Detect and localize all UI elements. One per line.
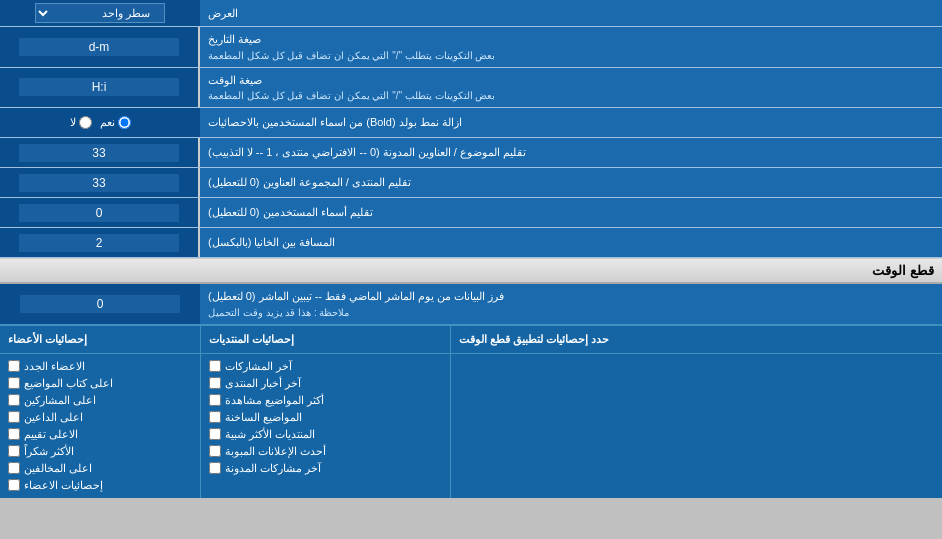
cutoff-limit-label: حدد إحصائيات لتطبيق قطع الوقت xyxy=(450,326,942,353)
stats-forums-header: إحصائيات المنتديات xyxy=(200,326,450,353)
time-format-label: صيغة الوقت بعض التكوينات يتطلب "/" التي … xyxy=(200,68,942,108)
cb-member-stats[interactable]: إحصائيات الاعضاء xyxy=(8,477,192,494)
col-members: الاعضاء الجدد اعلى كتاب المواضيع اعلى ال… xyxy=(0,354,200,498)
checkboxes-grid: آخر المشاركات آخر أخبار المنتدى أكثر الم… xyxy=(0,354,942,498)
bold-remove-label: ازالة نمط بولد (Bold) من اسماء المستخدمي… xyxy=(200,108,942,137)
display-row: العرض سطر واحد xyxy=(0,0,942,27)
users-trim-input-cell xyxy=(0,198,200,227)
bold-remove-row: ازالة نمط بولد (Bold) من اسماء المستخدمي… xyxy=(0,108,942,138)
spacing-row: المسافة بين الخانيا (بالبكسل) xyxy=(0,228,942,258)
topics-trim-input-cell xyxy=(0,138,200,167)
checkboxes-header: حدد إحصائيات لتطبيق قطع الوقت إحصائيات ا… xyxy=(0,326,942,354)
cb-highest-rated-input[interactable] xyxy=(8,428,20,440)
date-format-row: صيغة التاريخ بعض التكوينات يتطلب "/" الت… xyxy=(0,27,942,68)
cutoff-input-cell xyxy=(0,284,200,324)
date-format-input-cell xyxy=(0,27,200,67)
checkboxes-section: حدد إحصائيات لتطبيق قطع الوقت إحصائيات ا… xyxy=(0,325,942,498)
cutoff-input[interactable] xyxy=(20,295,180,313)
cb-last-posts-input[interactable] xyxy=(209,360,221,372)
forum-trim-label: تقليم المنتدى / المجموعة العناوين (0 للت… xyxy=(200,168,942,197)
cb-most-viewed-input[interactable] xyxy=(209,394,221,406)
cutoff-section-header: قطع الوقت xyxy=(0,258,942,284)
forum-trim-input[interactable] xyxy=(19,174,179,192)
spacing-input-cell xyxy=(0,228,200,257)
cb-top-violators-input[interactable] xyxy=(8,462,20,474)
bold-remove-radio-cell: نعم لا xyxy=(0,108,200,137)
display-label: العرض xyxy=(200,0,942,26)
date-format-label: صيغة التاريخ بعض التكوينات يتطلب "/" الت… xyxy=(200,27,942,67)
cb-last-posts[interactable]: آخر المشاركات xyxy=(209,358,442,375)
radio-yes-label[interactable]: نعم xyxy=(100,116,131,129)
users-trim-row: تقليم أسماء المستخدمين (0 للتعطيل) xyxy=(0,198,942,228)
cb-most-thanked-input[interactable] xyxy=(8,445,20,457)
time-format-row: صيغة الوقت بعض التكوينات يتطلب "/" التي … xyxy=(0,68,942,109)
cutoff-row: فرز البيانات من يوم الماشر الماضي فقط --… xyxy=(0,284,942,325)
topics-trim-input[interactable] xyxy=(19,144,179,162)
users-trim-input[interactable] xyxy=(19,204,179,222)
cb-top-participants-input[interactable] xyxy=(8,394,20,406)
cb-top-participants[interactable]: اعلى المشاركين xyxy=(8,392,192,409)
cb-member-stats-input[interactable] xyxy=(8,479,20,491)
spacing-label: المسافة بين الخانيا (بالبكسل) xyxy=(200,228,942,257)
col-left xyxy=(450,354,942,498)
cutoff-label: فرز البيانات من يوم الماشر الماضي فقط --… xyxy=(200,284,942,324)
cb-top-posters-input[interactable] xyxy=(8,377,20,389)
time-format-input-cell xyxy=(0,68,200,108)
display-dropdown-cell: سطر واحد xyxy=(0,0,200,26)
cb-forum-news[interactable]: آخر أخبار المنتدى xyxy=(209,375,442,392)
time-format-input[interactable] xyxy=(19,78,179,96)
cb-most-similar[interactable]: المنتديات الأكثر شبية xyxy=(209,426,442,443)
radio-no[interactable] xyxy=(79,116,92,129)
stats-members-header: إحصائيات الأعضاء xyxy=(0,326,200,353)
cb-latest-classifieds[interactable]: أحدث الإعلانات المبوبة xyxy=(209,443,442,460)
forum-trim-row: تقليم المنتدى / المجموعة العناوين (0 للت… xyxy=(0,168,942,198)
date-format-input[interactable] xyxy=(19,38,179,56)
radio-yes[interactable] xyxy=(118,116,131,129)
topics-trim-row: تقليم الموضوع / العناوين المدونة (0 -- ا… xyxy=(0,138,942,168)
cb-most-similar-input[interactable] xyxy=(209,428,221,440)
radio-no-label[interactable]: لا xyxy=(70,116,92,129)
cb-forum-news-input[interactable] xyxy=(209,377,221,389)
cb-highest-rated[interactable]: الاعلى تقييم xyxy=(8,426,192,443)
cb-hot-topics[interactable]: المواضيع الساخنة xyxy=(209,409,442,426)
cb-blog-posts[interactable]: آخر مشاركات المدونة xyxy=(209,460,442,477)
col-forums: آخر المشاركات آخر أخبار المنتدى أكثر الم… xyxy=(200,354,450,498)
cb-new-members-input[interactable] xyxy=(8,360,20,372)
cb-top-posters[interactable]: اعلى كتاب المواضيع xyxy=(8,375,192,392)
main-container: العرض سطر واحد صيغة التاريخ بعض التكوينا… xyxy=(0,0,942,498)
cb-top-inviters-input[interactable] xyxy=(8,411,20,423)
cb-new-members[interactable]: الاعضاء الجدد xyxy=(8,358,192,375)
topics-trim-label: تقليم الموضوع / العناوين المدونة (0 -- ا… xyxy=(200,138,942,167)
cb-blog-posts-input[interactable] xyxy=(209,462,221,474)
cb-most-thanked[interactable]: الأكثر شكراً xyxy=(8,443,192,460)
forum-trim-input-cell xyxy=(0,168,200,197)
users-trim-label: تقليم أسماء المستخدمين (0 للتعطيل) xyxy=(200,198,942,227)
display-select[interactable]: سطر واحد xyxy=(35,3,165,23)
spacing-input[interactable] xyxy=(19,234,179,252)
cb-hot-topics-input[interactable] xyxy=(209,411,221,423)
cb-latest-classifieds-input[interactable] xyxy=(209,445,221,457)
cb-top-violators[interactable]: اعلى المخالفين xyxy=(8,460,192,477)
cb-top-inviters[interactable]: اعلى الداعين xyxy=(8,409,192,426)
cb-most-viewed[interactable]: أكثر المواضيع مشاهدة xyxy=(209,392,442,409)
